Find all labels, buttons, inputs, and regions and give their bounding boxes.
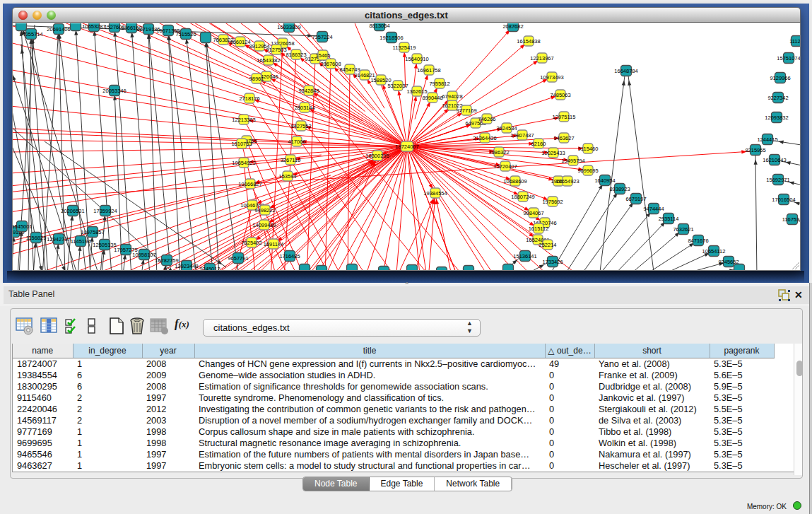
svg-text:9699695: 9699695 <box>577 168 598 174</box>
svg-text:21364436: 21364436 <box>473 135 496 141</box>
svg-text:1691144: 1691144 <box>264 241 284 247</box>
svg-text:19495794: 19495794 <box>561 158 584 164</box>
svg-text:1145194: 1145194 <box>71 238 91 245</box>
svg-text:16210643: 16210643 <box>763 157 786 163</box>
svg-text:15465: 15465 <box>316 52 331 59</box>
svg-text:16154838: 16154838 <box>517 38 540 45</box>
svg-text:9227342: 9227342 <box>767 95 788 101</box>
svg-text:10654112: 10654112 <box>702 248 726 255</box>
svg-text:14099489: 14099489 <box>252 222 276 228</box>
svg-text:9127503: 9127503 <box>266 47 286 53</box>
svg-text:16033809: 16033809 <box>277 24 300 30</box>
svg-text:18300295: 18300295 <box>365 153 389 159</box>
svg-text:1975692: 1975692 <box>542 199 563 205</box>
svg-text:14055714: 14055714 <box>19 31 42 37</box>
svg-text:15751074: 15751074 <box>777 55 800 62</box>
svg-text:8215955: 8215955 <box>745 147 765 153</box>
svg-text:2935114: 2935114 <box>659 216 679 222</box>
svg-text:16543382: 16543382 <box>257 57 280 64</box>
svg-text:10973493: 10973493 <box>540 74 563 81</box>
svg-text:2867608: 2867608 <box>320 61 341 67</box>
svg-text:15640910: 15640910 <box>405 56 428 62</box>
svg-text:19384554: 19384554 <box>423 190 447 197</box>
svg-text:7515526: 7515526 <box>175 31 196 37</box>
svg-text:15720407: 15720407 <box>493 163 517 170</box>
svg-text:12942737: 12942737 <box>47 236 70 243</box>
svg-text:10807487: 10807487 <box>510 132 534 139</box>
svg-text:2087682: 2087682 <box>502 23 523 30</box>
svg-text:20691406: 20691406 <box>47 26 70 33</box>
svg-text:9657791: 9657791 <box>228 255 248 262</box>
svg-text:19218506: 19218506 <box>379 35 403 41</box>
svg-text:12975115: 12975115 <box>553 114 576 120</box>
svg-text:153594: 153594 <box>278 173 296 180</box>
svg-text:11121: 11121 <box>789 38 800 45</box>
svg-text:1362615: 1362615 <box>406 88 427 95</box>
svg-text:19654923: 19654923 <box>232 160 255 166</box>
svg-text:11325419: 11325419 <box>393 45 416 51</box>
svg-text:1545001: 1545001 <box>13 223 33 230</box>
svg-text:18807249: 18807249 <box>511 194 534 200</box>
svg-text:9474444: 9474444 <box>643 206 664 212</box>
svg-text:12505135: 12505135 <box>93 242 116 248</box>
svg-text:10958107: 10958107 <box>132 252 155 258</box>
svg-text:1167534: 1167534 <box>782 216 800 223</box>
svg-text:1156829: 1156829 <box>26 235 47 241</box>
svg-text:1244415: 1244415 <box>757 136 777 143</box>
svg-text:9245012: 9245012 <box>199 266 220 271</box>
svg-text:2718176: 2718176 <box>239 95 259 102</box>
svg-text:12213383: 12213383 <box>232 117 255 123</box>
svg-text:1733426: 1733426 <box>542 259 563 265</box>
svg-text:7986322: 7986322 <box>488 149 509 156</box>
svg-text:1716485: 1716485 <box>279 253 300 259</box>
svg-text:9777169: 9777169 <box>456 107 476 114</box>
svg-text:16648784: 16648784 <box>614 68 637 74</box>
svg-text:12213967: 12213967 <box>530 55 553 62</box>
svg-text:19654923: 19654923 <box>555 178 579 185</box>
svg-text:417006: 417006 <box>288 139 305 145</box>
svg-text:7625402: 7625402 <box>241 240 261 246</box>
svg-text:8660124: 8660124 <box>230 39 250 45</box>
svg-text:9115460: 9115460 <box>578 146 599 152</box>
svg-text:7357224: 7357224 <box>312 34 332 40</box>
svg-text:17359924: 17359924 <box>93 208 117 214</box>
svg-text:8427552: 8427552 <box>290 123 311 129</box>
svg-text:10653287: 10653287 <box>82 23 105 30</box>
svg-text:10688609: 10688609 <box>503 178 526 185</box>
svg-text:1640954: 1640954 <box>594 177 615 184</box>
svg-text:3624534: 3624534 <box>496 125 517 132</box>
svg-text:252214: 252214 <box>539 242 556 248</box>
svg-text:1610753: 1610753 <box>231 141 252 147</box>
svg-text:9498222: 9498222 <box>254 207 275 214</box>
svg-text:8186323: 8186323 <box>286 52 306 58</box>
svg-text:9242848: 9242848 <box>298 88 319 94</box>
svg-text:8990448: 8990448 <box>422 95 442 101</box>
svg-text:9463627: 9463627 <box>553 135 574 141</box>
svg-text:2803144: 2803144 <box>294 105 314 111</box>
svg-text:6794028: 6794028 <box>442 93 462 100</box>
svg-text:20053346: 20053346 <box>102 88 126 94</box>
svg-text:1615112: 1615112 <box>529 226 549 232</box>
svg-text:7485063: 7485063 <box>550 92 570 98</box>
svg-text:9129966: 9129966 <box>770 75 790 81</box>
svg-text:8813054: 8813054 <box>369 23 389 29</box>
svg-text:5322037: 5322037 <box>387 83 408 89</box>
svg-text:6679197: 6679197 <box>625 196 646 202</box>
svg-text:8471676: 8471676 <box>688 238 708 244</box>
svg-text:20206531: 20206531 <box>61 208 84 214</box>
svg-text:7632621: 7632621 <box>673 226 693 233</box>
svg-text:9084067: 9084067 <box>523 210 543 216</box>
svg-text:10975857: 10975857 <box>81 229 104 235</box>
svg-text:19166827: 19166827 <box>238 181 261 187</box>
svg-text:8938923: 8938923 <box>609 186 630 192</box>
svg-text:16961758: 16961758 <box>417 67 440 74</box>
svg-text:3267110: 3267110 <box>281 157 301 163</box>
svg-text:98961: 98961 <box>249 76 264 82</box>
svg-text:12093832: 12093832 <box>765 115 788 121</box>
svg-text:746266: 746266 <box>478 116 495 122</box>
svg-text:15136141: 15136141 <box>513 253 536 259</box>
svg-text:12923448: 12923448 <box>175 263 198 269</box>
svg-text:18724007: 18724007 <box>395 144 418 150</box>
svg-text:7955812: 7955812 <box>429 81 449 87</box>
svg-text:17016504: 17016504 <box>772 197 795 203</box>
